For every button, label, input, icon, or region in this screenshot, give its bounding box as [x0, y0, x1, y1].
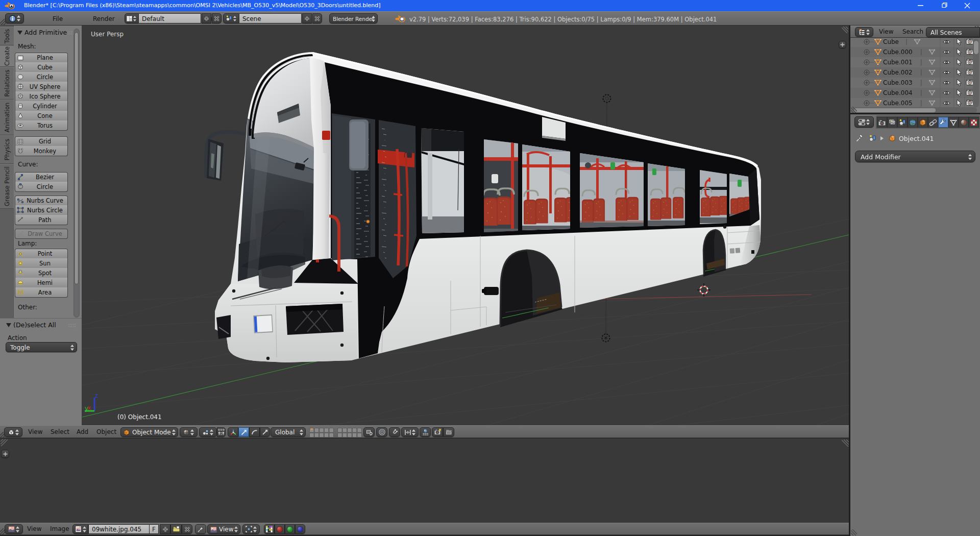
properties-tab-scene[interactable]: [897, 117, 908, 128]
opengl-render-image-button[interactable]: [432, 427, 443, 437]
scene-name[interactable]: Scene: [239, 13, 302, 23]
viewport-shading-button[interactable]: [180, 427, 198, 437]
snap-element-dropdown[interactable]: [401, 427, 419, 437]
shelf-tab-physics[interactable]: Physics: [0, 135, 14, 164]
pivot-point-button[interactable]: [199, 427, 217, 437]
outliner-hscrollbar[interactable]: [853, 107, 977, 113]
add-grid-button[interactable]: Grid: [15, 136, 68, 147]
shelf-tab-tools[interactable]: Tools: [0, 27, 14, 45]
pivot-2d-button[interactable]: [242, 524, 260, 534]
add-modifier-dropdown[interactable]: Add Modifier: [855, 151, 975, 162]
render-engine-dropdown[interactable]: Blender Render: [329, 13, 378, 23]
add-hemi-button[interactable]: Hemi: [15, 278, 68, 288]
add-circle-button[interactable]: Circle: [15, 72, 68, 82]
add-circle-button[interactable]: Circle: [15, 182, 68, 192]
layers-widget-2[interactable]: [337, 427, 362, 437]
viewport-3d[interactable]: zyx User Persp (0) Object.041: [0, 26, 849, 425]
pin-image-button[interactable]: [195, 524, 206, 534]
shelf-tab-create[interactable]: Create: [0, 45, 14, 67]
transform-orientation-dropdown[interactable]: Global: [271, 427, 306, 437]
snap-target-button[interactable]: [420, 427, 431, 437]
add-cube-button[interactable]: Cube: [15, 62, 68, 72]
deselect-action-dropdown[interactable]: Toggle: [6, 342, 77, 352]
scrollbar-thumb[interactable]: [854, 108, 936, 112]
manipulator-scale-button[interactable]: [260, 427, 270, 437]
add-area-button[interactable]: Area: [15, 287, 68, 298]
scene-browse[interactable]: [223, 13, 239, 23]
menu-object[interactable]: Object: [96, 428, 116, 435]
image-browse-button[interactable]: [72, 524, 88, 534]
delete-screen-layout-button[interactable]: [212, 13, 222, 23]
properties-tab-data[interactable]: [948, 117, 959, 128]
snap-toggle-button[interactable]: [389, 427, 400, 437]
unlink-image-button[interactable]: [182, 524, 192, 534]
menu-file[interactable]: File: [53, 15, 63, 22]
properties-editor[interactable]: Object.041 Add Modifier: [850, 114, 980, 536]
editor-type-button[interactable]: [855, 27, 873, 37]
menu-search[interactable]: Search: [902, 28, 923, 35]
panel-add-primitive-header[interactable]: Add Primitive: [15, 28, 80, 37]
corner-grabber[interactable]: [851, 107, 857, 113]
shelf-tab-grease-pencil[interactable]: Grease Pencil: [0, 164, 14, 209]
shelf-tab-animation[interactable]: Animation: [0, 100, 14, 135]
manipulator-axes-button[interactable]: [228, 427, 238, 437]
menu-view[interactable]: View: [27, 525, 41, 532]
window-titlebar[interactable]: Blender* [C:\Program Files (x86)\Steam\s…: [0, 0, 980, 11]
menu-select[interactable]: Select: [51, 428, 69, 435]
add-plane-button[interactable]: Plane: [15, 53, 68, 63]
opengl-render-anim-button[interactable]: [443, 427, 454, 437]
properties-tab-render-layers[interactable]: [887, 117, 897, 128]
manipulate-center-points-button[interactable]: [217, 427, 226, 437]
maximize-button[interactable]: [933, 0, 955, 11]
channel-color-alpha-button[interactable]: [264, 524, 275, 534]
editor-type-button[interactable]: [4, 427, 22, 437]
outliner-display-dropdown[interactable]: All Scenes: [926, 27, 980, 37]
properties-region-expand-button[interactable]: [839, 41, 846, 48]
add-bezier-button[interactable]: Bezier: [15, 172, 68, 182]
add-monkey-button[interactable]: Monkey: [15, 146, 68, 156]
properties-tab-object[interactable]: [918, 117, 928, 128]
display-channels-dropdown[interactable]: View: [207, 524, 240, 534]
corner-grabber[interactable]: [842, 27, 848, 33]
editor-type-button[interactable]: [854, 116, 874, 128]
fake-user-button[interactable]: F: [150, 524, 159, 534]
add-cone-button[interactable]: Cone: [15, 111, 68, 121]
add-uv-sphere-button[interactable]: UV Sphere: [15, 82, 68, 92]
shelf-tab-relations[interactable]: Relations: [0, 67, 14, 100]
properties-tab-world[interactable]: [908, 117, 918, 128]
image-editor[interactable]: [0, 438, 849, 523]
menu-image[interactable]: Image: [50, 525, 69, 532]
layers-widget-1[interactable]: [309, 427, 334, 437]
proportional-edit-button[interactable]: [376, 427, 387, 437]
add-ico-sphere-button[interactable]: Ico Sphere: [15, 91, 68, 102]
outliner[interactable]: View Search All Scenes Cube| Cube.000| C…: [850, 26, 980, 113]
add-point-button[interactable]: Point: [15, 249, 68, 259]
corner-grabber[interactable]: [851, 529, 857, 535]
scrollbar-thumb[interactable]: [974, 41, 978, 54]
add-screen-layout-button[interactable]: [202, 13, 211, 23]
add-cylinder-button[interactable]: Cylinder: [15, 101, 68, 111]
mode-dropdown[interactable]: Object Mode: [120, 427, 178, 437]
menu-render[interactable]: Render: [93, 15, 115, 22]
close-button[interactable]: [956, 0, 978, 11]
breadcrumb-object-name[interactable]: Object.041: [899, 135, 934, 142]
screen-layout-name[interactable]: Default: [139, 13, 201, 23]
scrollbar-thumb[interactable]: [75, 32, 79, 284]
delete-scene-button[interactable]: [312, 13, 322, 23]
add-nurbs-curve-button[interactable]: Nurbs Curve: [15, 196, 68, 206]
add-nurbs-circle-button[interactable]: Nurbs Circle: [15, 205, 68, 215]
menu-add[interactable]: Add: [77, 428, 88, 435]
properties-tab-material[interactable]: [959, 117, 969, 128]
corner-grabber[interactable]: [842, 440, 848, 446]
minimize-button[interactable]: [909, 0, 932, 11]
manipulator-translate-button[interactable]: [238, 427, 249, 437]
properties-tab-render[interactable]: [877, 117, 887, 128]
editor-type-button[interactable]: [5, 13, 24, 23]
add-path-button[interactable]: Path: [15, 215, 68, 225]
add-sun-button[interactable]: Sun: [15, 258, 68, 269]
corner-grabber[interactable]: [1, 439, 7, 445]
add-draw-curve-button[interactable]: Draw Curve: [15, 229, 68, 239]
new-image-button[interactable]: [160, 524, 170, 534]
properties-tab-constraints[interactable]: [928, 117, 938, 128]
add-scene-button[interactable]: [302, 13, 312, 23]
